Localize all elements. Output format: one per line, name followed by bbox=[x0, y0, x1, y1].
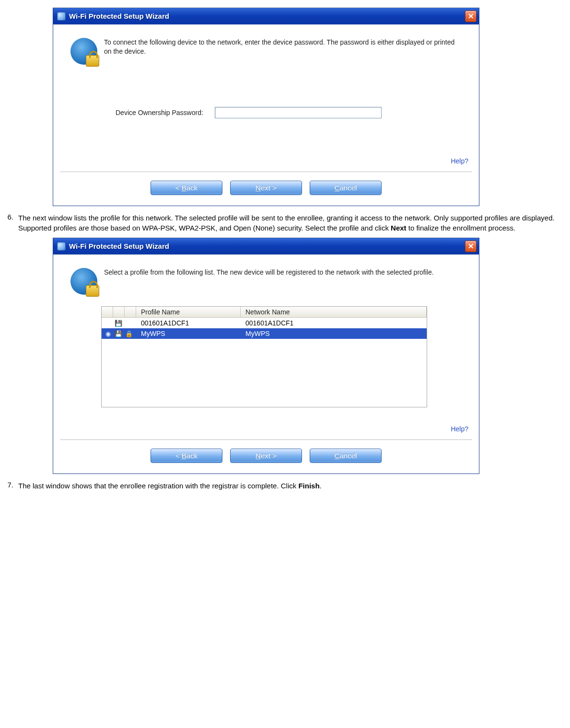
profile-icon: 💾 bbox=[113, 319, 124, 327]
iconcol-2 bbox=[113, 307, 125, 317]
wifi-lock-icon bbox=[70, 268, 97, 295]
info-row: To connect the following device to the n… bbox=[53, 24, 479, 69]
table-header: Profile Name Network Name bbox=[102, 306, 427, 318]
device-password-input[interactable] bbox=[215, 107, 382, 118]
step-number: 6. bbox=[0, 213, 13, 233]
window-title: Wi-Fi Protected Setup Wizard bbox=[69, 242, 169, 250]
signal-icon: ◉ bbox=[103, 329, 113, 338]
titlebar-left: Wi-Fi Protected Setup Wizard bbox=[57, 12, 169, 21]
close-icon: ✕ bbox=[468, 242, 474, 251]
close-button[interactable]: ✕ bbox=[465, 11, 477, 22]
signal-icon bbox=[103, 319, 113, 327]
button-row: < Back Next > Cancel bbox=[53, 172, 479, 206]
password-row: Device Ownership Password: bbox=[116, 107, 412, 118]
step-6: 6. The next window lists the profile for… bbox=[0, 213, 556, 233]
table-body: 💾 001601A1DCF1 001601A1DCF1 ◉ 💾 🔒 MyWPS bbox=[102, 318, 427, 407]
step-number: 7. bbox=[0, 481, 13, 491]
profile-table[interactable]: Profile Name Network Name 💾 001601A1DCF1… bbox=[101, 306, 427, 407]
help-row: Help? bbox=[53, 413, 479, 437]
profile-list-area: Profile Name Network Name 💾 001601A1DCF1… bbox=[53, 299, 479, 413]
lock-icon bbox=[124, 319, 134, 327]
help-link[interactable]: Help? bbox=[451, 425, 468, 433]
close-button[interactable]: ✕ bbox=[465, 241, 477, 252]
next-button[interactable]: Next > bbox=[230, 449, 302, 463]
dialog-body: To connect the following device to the n… bbox=[53, 24, 479, 206]
titlebar[interactable]: Wi-Fi Protected Setup Wizard ✕ bbox=[53, 238, 479, 254]
cancel-button[interactable]: Cancel bbox=[310, 181, 382, 195]
row-icons: ◉ 💾 🔒 bbox=[102, 329, 136, 338]
table-row[interactable]: 💾 001601A1DCF1 001601A1DCF1 bbox=[102, 318, 427, 328]
next-button[interactable]: Next > bbox=[230, 181, 302, 195]
form-area: Device Ownership Password: bbox=[53, 69, 479, 138]
button-row: < Back Next > Cancel bbox=[53, 440, 479, 474]
close-icon: ✕ bbox=[468, 12, 474, 21]
col-profile-name[interactable]: Profile Name bbox=[136, 307, 241, 317]
profile-icon: 💾 bbox=[113, 329, 124, 338]
step-text: The last window shows that the enrollee … bbox=[18, 481, 322, 491]
info-row: Select a profile from the following list… bbox=[53, 254, 479, 299]
cancel-button[interactable]: Cancel bbox=[310, 449, 382, 463]
cell-profile-name: MyWPS bbox=[136, 330, 241, 337]
step-7: 7. The last window shows that the enroll… bbox=[0, 481, 556, 491]
cell-profile-name: 001601A1DCF1 bbox=[136, 319, 241, 327]
help-row: Help? bbox=[53, 138, 479, 169]
iconcol-3 bbox=[125, 307, 136, 317]
app-icon bbox=[57, 242, 66, 251]
password-label: Device Ownership Password: bbox=[116, 109, 203, 116]
app-icon bbox=[57, 12, 66, 21]
wps-profile-dialog: Wi-Fi Protected Setup Wizard ✕ Select a … bbox=[53, 238, 479, 474]
info-text: To connect the following device to the n… bbox=[104, 38, 462, 65]
row-icons: 💾 bbox=[102, 319, 136, 327]
titlebar-left: Wi-Fi Protected Setup Wizard bbox=[57, 242, 169, 251]
dialog-body: Select a profile from the following list… bbox=[53, 254, 479, 474]
help-link[interactable]: Help? bbox=[451, 157, 468, 165]
step-text: The next window lists the profile for th… bbox=[18, 213, 556, 233]
wps-password-dialog: Wi-Fi Protected Setup Wizard ✕ To connec… bbox=[53, 8, 479, 206]
back-button[interactable]: < Back bbox=[151, 449, 222, 463]
cell-network-name: MyWPS bbox=[241, 330, 427, 337]
wifi-lock-icon bbox=[70, 38, 97, 65]
titlebar[interactable]: Wi-Fi Protected Setup Wizard ✕ bbox=[53, 8, 479, 24]
iconcol-1 bbox=[102, 307, 113, 317]
info-text: Select a profile from the following list… bbox=[104, 268, 434, 295]
window-title: Wi-Fi Protected Setup Wizard bbox=[69, 12, 169, 20]
col-network-name[interactable]: Network Name bbox=[241, 307, 427, 317]
cell-network-name: 001601A1DCF1 bbox=[241, 319, 427, 327]
table-row[interactable]: ◉ 💾 🔒 MyWPS MyWPS bbox=[102, 328, 427, 339]
lock-icon: 🔒 bbox=[124, 329, 134, 338]
back-button[interactable]: < Back bbox=[151, 181, 222, 195]
